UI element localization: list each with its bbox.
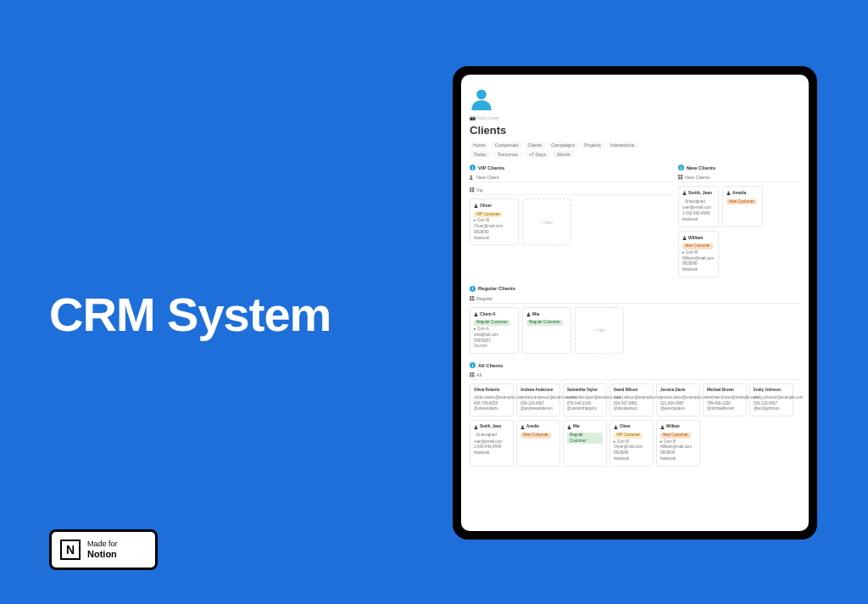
all-clients-section: iAll Clients All Olivia Robertsolivia.ro… xyxy=(470,362,800,467)
person-icon xyxy=(474,204,478,208)
svg-point-28 xyxy=(662,425,664,427)
svg-point-24 xyxy=(476,425,477,427)
person-icon xyxy=(526,312,531,316)
person-icon xyxy=(474,425,478,429)
regular-card-client-a[interactable]: Client A Regular Customer ▸ Dom A sara@a… xyxy=(470,307,519,354)
svg-rect-21 xyxy=(472,372,474,374)
vip-tag: VIP Customer xyxy=(474,212,503,218)
svg-point-6 xyxy=(476,204,477,206)
hero-title: CRM System xyxy=(49,287,331,342)
all-card[interactable]: OliverVIP Customer▸ Dom BOliver@mail.com… xyxy=(609,420,654,467)
svg-rect-14 xyxy=(470,296,471,298)
crumb-home[interactable]: Home xyxy=(470,142,489,148)
svg-point-19 xyxy=(528,313,530,315)
all-card[interactable]: Olivia Robertsolivia.roberts@example.com… xyxy=(470,383,514,417)
svg-rect-16 xyxy=(470,299,471,300)
svg-point-18 xyxy=(476,313,477,315)
regular-header: Regular Clients xyxy=(478,286,515,291)
new-card-william[interactable]: William New Customer ▸ Dom B William@mai… xyxy=(678,231,719,277)
svg-point-25 xyxy=(522,425,524,427)
person-icon xyxy=(520,425,525,429)
all-card[interactable]: Smith, JeanUnassigneduser@email.com1-542… xyxy=(470,420,514,467)
breadcrumbs: Home Companies Clients Campaigns Project… xyxy=(470,142,800,148)
svg-rect-9 xyxy=(678,177,680,179)
filter-7days[interactable]: +7 Days xyxy=(525,151,550,158)
regular-view-tab[interactable]: Regular xyxy=(470,294,800,304)
filter-today[interactable]: Today xyxy=(470,151,491,158)
svg-point-11 xyxy=(684,192,686,193)
svg-rect-20 xyxy=(470,372,471,374)
vip-view-tab[interactable]: Vip xyxy=(470,186,673,195)
all-view-tab[interactable]: All xyxy=(470,371,800,380)
add-cover-button[interactable]: 📷 Add cover xyxy=(470,115,800,120)
info-icon: i xyxy=(678,165,684,171)
page-title: Clients xyxy=(470,124,800,137)
crumb-projects[interactable]: Projects xyxy=(581,142,604,148)
svg-rect-2 xyxy=(470,187,471,189)
all-card[interactable]: Emily Johnsonemily.johnson@example.com55… xyxy=(749,383,793,417)
svg-rect-23 xyxy=(472,375,474,377)
crumb-companies[interactable]: Companies xyxy=(492,142,522,148)
new-client-tab[interactable]: New Client xyxy=(470,173,673,182)
person-icon xyxy=(614,425,618,429)
all-card[interactable]: Michael Brownmichael.brown@example.com78… xyxy=(703,383,747,417)
all-header: All Clients xyxy=(478,363,503,368)
person-icon xyxy=(474,312,478,316)
badge-text: Made for Notion xyxy=(87,540,118,560)
svg-point-0 xyxy=(476,90,487,100)
crumb-campaigns[interactable]: Campaigns xyxy=(548,142,578,148)
new-clients-view-tab[interactable]: New Clients xyxy=(678,173,800,182)
svg-point-1 xyxy=(470,176,472,177)
all-card[interactable]: David Wilsondavid.wilson@example.com234-… xyxy=(609,383,654,417)
info-icon: i xyxy=(470,362,476,368)
new-header: New Clients xyxy=(687,165,715,171)
new-card-amelia[interactable]: Amelia New Customer xyxy=(722,186,763,227)
person-icon xyxy=(682,236,687,240)
vip-card-oliver[interactable]: Oliver VIP Customer ▸ Dom B Oliver@mail.… xyxy=(470,199,519,245)
vip-header: VIP Clients xyxy=(478,165,504,171)
all-card[interactable]: AmeliaNew Customer xyxy=(516,420,560,467)
notion-screen: 📷 Add cover Clients Home Companies Clien… xyxy=(461,75,809,531)
all-card[interactable]: Andrew Andersonandrew.anderson@example.c… xyxy=(516,383,560,417)
notion-logo-icon: N xyxy=(60,540,81,560)
svg-rect-22 xyxy=(470,375,471,377)
crumb-clients[interactable]: Clients xyxy=(525,142,546,148)
svg-rect-8 xyxy=(681,175,682,176)
svg-rect-3 xyxy=(472,187,474,189)
regular-new-card[interactable]: + New xyxy=(575,307,624,354)
regular-clients-section: iRegular Clients Regular Client A Regula… xyxy=(470,286,800,354)
tablet-frame: 📷 Add cover Clients Home Companies Clien… xyxy=(453,66,817,540)
filter-tomorrow[interactable]: Tomorrow xyxy=(493,151,522,158)
new-clients-section: iNew Clients New Clients Smith, Jean Una… xyxy=(678,165,800,277)
vip-new-card[interactable]: + New xyxy=(522,199,571,245)
svg-point-12 xyxy=(728,192,730,193)
svg-rect-4 xyxy=(470,190,471,192)
crumb-interactions[interactable]: Interactions xyxy=(607,142,637,148)
info-icon: i xyxy=(470,165,476,171)
svg-rect-5 xyxy=(472,190,474,192)
svg-point-13 xyxy=(684,236,686,238)
svg-rect-17 xyxy=(472,299,474,300)
info-icon: i xyxy=(470,286,476,292)
vip-clients-section: iVIP Clients New Client Vip Oliver VIP C… xyxy=(470,165,673,277)
person-icon xyxy=(726,191,731,195)
regular-card-mia[interactable]: Mia Regular Customer xyxy=(522,307,571,354)
svg-point-26 xyxy=(569,425,570,427)
person-icon xyxy=(567,425,571,429)
new-card-smith[interactable]: Smith, Jean Unassigned user@email.com 1-… xyxy=(678,186,719,227)
all-card[interactable]: Samantha Taylorsamantha.taylor@example.c… xyxy=(563,383,607,417)
all-card[interactable]: WilliamNew Customer▸ Dom BWilliam@mail.c… xyxy=(656,420,700,467)
date-filters: Today Tomorrow +7 Days Month xyxy=(470,151,800,158)
svg-rect-15 xyxy=(472,296,474,298)
svg-rect-10 xyxy=(681,177,682,179)
filter-month[interactable]: Month xyxy=(553,151,574,158)
made-for-notion-badge: N Made for Notion xyxy=(49,529,158,570)
person-icon xyxy=(682,191,687,195)
svg-rect-7 xyxy=(678,175,680,176)
person-icon xyxy=(660,425,665,429)
client-avatar-icon xyxy=(470,87,493,110)
svg-point-27 xyxy=(615,425,617,427)
all-card[interactable]: Jessica Davisjessica.davis@example.com32… xyxy=(656,383,700,417)
all-card[interactable]: MiaRegular Customer xyxy=(563,420,607,467)
